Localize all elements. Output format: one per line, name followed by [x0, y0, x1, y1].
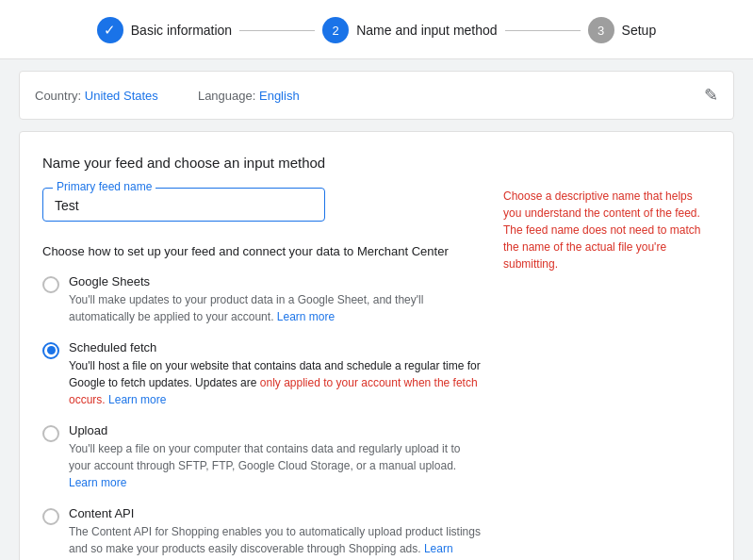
radio-desc-content-api: The Content API for Shopping enables you…: [69, 523, 481, 561]
card-hint: Choose a descriptive name that helps you…: [503, 188, 711, 560]
feed-name-input[interactable]: [55, 198, 313, 213]
radio-google-sheets[interactable]: [42, 276, 59, 293]
radio-content-content-api: Content API The Content API for Shopping…: [69, 506, 481, 561]
radio-item-content-api[interactable]: Content API The Content API for Shopping…: [42, 506, 481, 561]
card-title: Name your feed and choose an input metho…: [42, 155, 711, 171]
step-setup: 3 Setup: [588, 17, 657, 43]
card-body: Primary feed name Choose how to set up y…: [42, 188, 711, 560]
radio-title-google-sheets: Google Sheets: [69, 274, 481, 288]
info-bar-text: Country: United States Language: English: [35, 89, 300, 103]
step-basic-info: ✓ Basic information: [97, 17, 232, 43]
upload-learn-more[interactable]: Learn more: [69, 476, 126, 489]
radio-scheduled-fetch[interactable]: [42, 342, 59, 359]
content-api-desc-text: The Content API for Shopping enables you…: [69, 525, 481, 555]
step-3-number: 3: [597, 24, 604, 38]
upload-desc-text: You'll keep a file on your computer that…: [69, 442, 460, 472]
scheduled-fetch-learn-more[interactable]: Learn more: [108, 393, 166, 406]
radio-content-scheduled-fetch: Scheduled fetch You'll host a file on yo…: [69, 340, 481, 408]
feed-name-label: Primary feed name: [53, 180, 156, 193]
google-sheets-desc-text: You'll make updates to your product data…: [69, 293, 423, 323]
language-value: English: [259, 89, 300, 103]
feed-name-field[interactable]: Primary feed name: [42, 188, 325, 222]
step-3-circle: 3: [588, 17, 614, 43]
radio-desc-upload: You'll keep a file on your computer that…: [69, 440, 481, 491]
info-separator: [172, 89, 183, 103]
radio-title-upload: Upload: [69, 423, 481, 437]
step-connector-2: [505, 30, 581, 31]
radio-content-google-sheets: Google Sheets You'll make updates to you…: [69, 274, 481, 325]
country-value: United States: [85, 89, 158, 103]
radio-item-upload[interactable]: Upload You'll keep a file on your comput…: [42, 423, 481, 491]
checkmark-icon: ✓: [104, 22, 116, 39]
edit-icon[interactable]: ✎: [704, 85, 718, 106]
radio-title-scheduled-fetch: Scheduled fetch: [69, 340, 481, 354]
card-left: Primary feed name Choose how to set up y…: [42, 188, 481, 560]
radio-item-scheduled-fetch[interactable]: Scheduled fetch You'll host a file on yo…: [42, 340, 481, 408]
radio-content-api[interactable]: [42, 508, 59, 525]
info-bar: Country: United States Language: English…: [19, 71, 734, 120]
country-label: Country:: [35, 89, 81, 103]
google-sheets-learn-more[interactable]: Learn more: [277, 310, 335, 323]
radio-desc-google-sheets: You'll make updates to your product data…: [69, 291, 481, 325]
radio-desc-scheduled-fetch: You'll host a file on your website that …: [69, 357, 481, 408]
step-2-number: 2: [333, 24, 339, 38]
step-3-label: Setup: [622, 23, 657, 38]
radio-title-content-api: Content API: [69, 506, 481, 520]
radio-content-upload: Upload You'll keep a file on your comput…: [69, 423, 481, 491]
step-2-label: Name and input method: [356, 23, 497, 38]
connect-label: Choose how to set up your feed and conne…: [42, 242, 481, 261]
main-card: Name your feed and choose an input metho…: [19, 131, 734, 560]
step-connector-1: [239, 30, 315, 31]
step-1-label: Basic information: [131, 23, 232, 38]
input-method-radio-group: Google Sheets You'll make updates to you…: [42, 274, 481, 561]
stepper: ✓ Basic information 2 Name and input met…: [0, 0, 753, 59]
step-name-input: 2 Name and input method: [322, 17, 497, 43]
radio-item-google-sheets[interactable]: Google Sheets You'll make updates to you…: [42, 274, 481, 325]
step-1-circle: ✓: [97, 17, 123, 43]
step-2-circle: 2: [322, 17, 349, 43]
language-label: Language:: [198, 89, 255, 103]
radio-upload[interactable]: [42, 425, 59, 442]
